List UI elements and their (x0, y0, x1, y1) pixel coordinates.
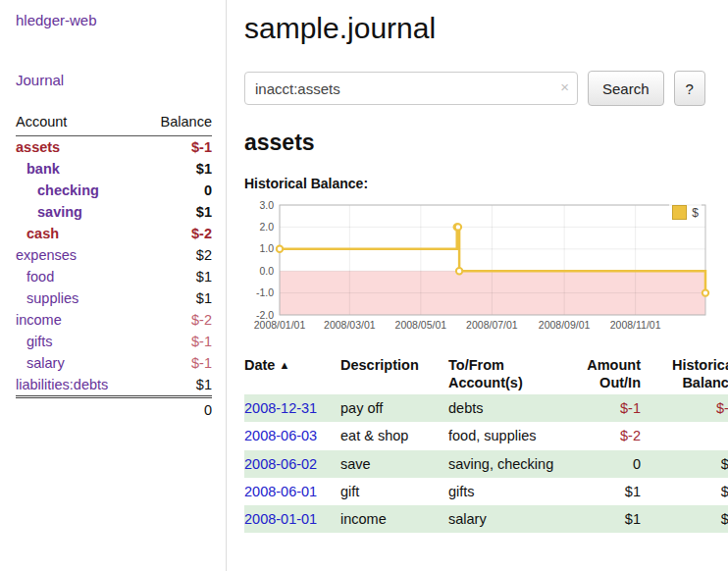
account-balance: $-2 (142, 223, 212, 244)
accounts-cell: saving, checking (448, 450, 564, 478)
balance-cell: 0 (647, 422, 728, 449)
app-brand-link[interactable]: hledger-web (16, 12, 212, 28)
account-row-income: income$-2 (16, 309, 212, 331)
balance-cell: $-1 (647, 394, 728, 422)
amount-cell: 0 (564, 450, 647, 478)
account-row-food: food$1 (16, 266, 212, 287)
date-link[interactable]: 2008-06-03 (244, 428, 317, 443)
date-link[interactable]: 2008-12-31 (244, 400, 317, 416)
account-row-bank: bank$1 (16, 158, 212, 180)
register-row: 2008-06-02 save saving, checking 0 $2 (244, 450, 728, 478)
svg-text:2008/01/01: 2008/01/01 (254, 319, 306, 331)
account-row-salary: salary$-1 (16, 352, 212, 374)
balance-cell: $2 (647, 450, 728, 478)
balance-chart: 3.02.01.00.0-1.0-2.02008/01/012008/03/01… (244, 197, 713, 337)
account-row-saving: saving$1 (16, 201, 212, 223)
search-button[interactable]: Search (588, 71, 664, 106)
column-header-accounts: To/FromAccount(s) (448, 354, 564, 394)
account-balance: $2 (142, 244, 212, 266)
column-header-description: Description (340, 354, 448, 394)
accounts-cell: salary (448, 505, 564, 533)
date-link[interactable]: 2008-06-01 (244, 484, 317, 499)
date-header-label: Date (244, 357, 275, 373)
help-button[interactable]: ? (674, 71, 705, 106)
account-link-bank[interactable]: bank (26, 161, 60, 177)
description-cell: save (340, 450, 448, 478)
search-bar: × Search ? (244, 71, 714, 106)
description-cell: eat & shop (340, 422, 448, 449)
clear-search-icon[interactable]: × (560, 79, 569, 94)
account-link-food[interactable]: food (26, 269, 54, 285)
legend-label: $ (692, 206, 699, 220)
column-header-date[interactable]: Date ▲ (244, 354, 340, 394)
register-row: 2008-06-03 eat & shop food, supplies $-2… (244, 422, 728, 449)
svg-text:2008/07/01: 2008/07/01 (466, 319, 518, 331)
account-row-liabilities-debts: liabilities:debts$1 (16, 374, 212, 397)
amount-cell: $-1 (564, 394, 647, 422)
amount-cell: $-2 (564, 422, 647, 449)
accounts-header-row: Account Balance (16, 112, 212, 136)
svg-text:2008/03/01: 2008/03/01 (324, 319, 376, 331)
accounts-cell: food, supplies (448, 422, 564, 449)
svg-text:2008/09/01: 2008/09/01 (539, 319, 591, 331)
date-link[interactable]: 2008-06-02 (244, 456, 317, 472)
svg-text:2008/05/01: 2008/05/01 (395, 319, 447, 331)
register-table: Date ▲ Description To/FromAccount(s) Amo… (244, 354, 728, 533)
page-title: sample.journal (244, 12, 714, 45)
account-link-expenses[interactable]: expenses (16, 247, 77, 263)
svg-text:2.0: 2.0 (259, 221, 274, 233)
account-link-checking[interactable]: checking (37, 182, 99, 198)
account-balance: $-2 (142, 309, 212, 331)
account-link-income[interactable]: income (16, 312, 62, 328)
register-row: 2008-12-31 pay off debts $-1 $-1 (244, 394, 728, 422)
chart-canvas: 3.02.01.00.0-1.0-2.02008/01/012008/03/01… (244, 197, 713, 337)
account-row-gifts: gifts$-1 (16, 331, 212, 352)
amount-cell: $1 (564, 505, 647, 533)
description-cell: pay off (340, 394, 448, 422)
account-link-liabilities-debts[interactable]: liabilities:debts (16, 377, 108, 392)
accounts-total-value: 0 (142, 397, 212, 422)
date-link[interactable]: 2008-01-01 (244, 511, 317, 527)
account-balance: $1 (142, 266, 212, 287)
balance-cell: $1 (647, 505, 728, 533)
account-balance: $1 (142, 287, 212, 309)
register-header-row: Date ▲ Description To/FromAccount(s) Amo… (244, 354, 728, 394)
account-balance: $1 (142, 201, 212, 223)
balance-cell: $2 (647, 478, 728, 505)
sort-ascending-icon: ▲ (279, 359, 289, 371)
svg-text:-1.0: -1.0 (256, 286, 274, 298)
search-input[interactable] (244, 72, 578, 105)
account-row-supplies: supplies$1 (16, 287, 212, 309)
svg-text:2008/11/01: 2008/11/01 (610, 319, 661, 331)
svg-text:0.0: 0.0 (259, 265, 274, 277)
account-link-supplies[interactable]: supplies (26, 290, 78, 306)
svg-text:3.0: 3.0 (259, 199, 274, 211)
column-header-amount: AmountOut/In (564, 354, 647, 394)
search-box: × (244, 72, 578, 105)
register-row: 2008-01-01 income salary $1 $1 (244, 505, 728, 533)
account-link-assets[interactable]: assets (16, 139, 60, 155)
account-balance: $1 (142, 158, 212, 180)
description-cell: gift (340, 478, 448, 505)
main-content: sample.journal × Search ? assets Histori… (227, 0, 728, 533)
account-link-saving[interactable]: saving (37, 204, 82, 220)
balance-column-header: Balance (142, 112, 212, 136)
account-link-gifts[interactable]: gifts (26, 334, 53, 349)
account-balance: $1 (142, 374, 212, 397)
account-balance: $-1 (142, 136, 212, 159)
amount-cell: $1 (564, 478, 647, 505)
account-row-cash: cash$-2 (16, 223, 212, 244)
sidebar: hledger-web Journal Account Balance asse… (0, 0, 227, 571)
account-heading: assets (244, 130, 714, 156)
account-row-expenses: expenses$2 (16, 244, 212, 266)
account-link-cash[interactable]: cash (26, 226, 59, 241)
accounts-cell: debts (448, 394, 564, 422)
nav-journal-link[interactable]: Journal (16, 72, 212, 88)
legend-swatch-icon (672, 205, 687, 220)
chart-legend: $ (669, 204, 702, 221)
account-row-checking: checking0 (16, 180, 212, 201)
accounts-column-header: Account (16, 112, 142, 136)
accounts-table: Account Balance assets$-1 bank$1 checkin… (16, 112, 212, 421)
svg-text:1.0: 1.0 (259, 242, 274, 254)
account-link-salary[interactable]: salary (26, 355, 65, 371)
